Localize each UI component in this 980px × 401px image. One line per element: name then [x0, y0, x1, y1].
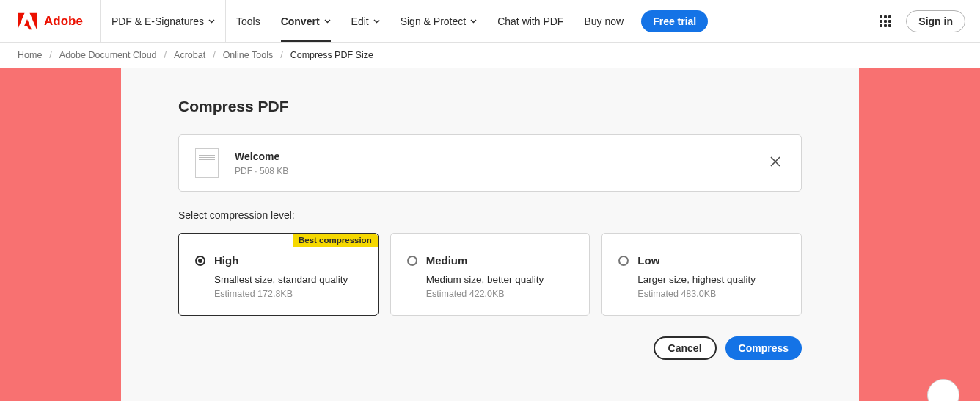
option-estimated-size: Estimated 172.8KB: [214, 289, 362, 299]
cancel-button[interactable]: Cancel: [654, 336, 717, 360]
option-description: Smallest size, standard quality: [214, 274, 362, 285]
brand-logo[interactable]: Adobe: [0, 0, 100, 42]
app-switcher-icon[interactable]: [880, 15, 891, 27]
nav-item-edit[interactable]: Edit: [341, 0, 390, 42]
nav-item-buy-now[interactable]: Buy now: [574, 0, 634, 42]
option-title: Low: [637, 254, 659, 267]
nav-item-chat-with-pdf[interactable]: Chat with PDF: [487, 0, 574, 42]
radio-icon: [195, 256, 205, 266]
radio-icon: [407, 256, 417, 266]
breadcrumb: Home/Adobe Document Cloud/Acrobat/Online…: [0, 43, 980, 68]
chevron-down-icon: [470, 19, 477, 24]
nav-item-label: Sign & Protect: [401, 15, 467, 27]
option-description: Larger size, highest quality: [637, 274, 785, 285]
breadcrumb-link[interactable]: Home: [18, 50, 42, 60]
page-title: Compress PDF: [178, 98, 802, 115]
compression-option-medium[interactable]: MediumMedium size, better qualityEstimat…: [390, 233, 590, 316]
action-buttons: Cancel Compress: [178, 336, 802, 360]
breadcrumb-separator: /: [280, 50, 282, 60]
file-thumbnail-icon: [195, 148, 219, 178]
breadcrumb-separator: /: [164, 50, 167, 60]
adobe-logo-icon: [18, 12, 37, 30]
nav-item-sign-protect[interactable]: Sign & Protect: [390, 0, 488, 42]
compression-option-low[interactable]: LowLarger size, highest qualityEstimated…: [601, 233, 802, 316]
compression-options: Best compressionHighSmallest size, stand…: [178, 233, 802, 316]
compression-option-high[interactable]: Best compressionHighSmallest size, stand…: [178, 233, 379, 316]
option-estimated-size: Estimated 483.0KB: [637, 289, 785, 299]
file-name: Welcome: [235, 151, 766, 162]
breadcrumb-separator: /: [49, 50, 51, 60]
nav-item-label: Edit: [351, 15, 369, 27]
nav-item-label: PDF & E-Signatures: [111, 15, 204, 27]
breadcrumb-link[interactable]: Acrobat: [174, 50, 205, 60]
close-icon: [770, 156, 780, 167]
option-title: Medium: [426, 254, 468, 267]
option-title: High: [214, 254, 238, 267]
brand-text: Adobe: [44, 14, 83, 29]
file-meta: PDF · 508 KB: [235, 166, 766, 176]
option-description: Medium size, better quality: [426, 274, 574, 285]
nav-item-pdf-e-signatures[interactable]: PDF & E-Signatures: [101, 0, 225, 42]
sign-in-button[interactable]: Sign in: [906, 10, 965, 32]
remove-file-button[interactable]: [766, 152, 785, 174]
nav-item-label: Convert: [281, 15, 320, 27]
radio-icon: [618, 256, 629, 266]
file-info: Welcome PDF · 508 KB: [235, 151, 766, 176]
best-compression-badge: Best compression: [293, 234, 378, 247]
chevron-down-icon: [324, 19, 331, 24]
compression-level-label: Select compression level:: [178, 209, 802, 221]
compress-button[interactable]: Compress: [725, 336, 802, 360]
breadcrumb-current: Compress PDF Size: [290, 50, 373, 60]
breadcrumb-link[interactable]: Adobe Document Cloud: [59, 50, 157, 60]
free-trial-button[interactable]: Free trial: [641, 10, 708, 32]
page-background: Compress PDF Welcome PDF · 508 KB Select…: [0, 68, 980, 401]
breadcrumb-separator: /: [213, 50, 215, 60]
nav-item-label: Buy now: [584, 15, 624, 27]
nav-item-convert[interactable]: Convert: [271, 0, 341, 42]
nav-item-label: Tools: [236, 15, 260, 27]
chevron-down-icon: [373, 19, 380, 24]
file-card: Welcome PDF · 508 KB: [178, 134, 802, 192]
nav-item-label: Chat with PDF: [497, 15, 563, 27]
nav-items: PDF & E-SignaturesToolsConvertEditSign &…: [101, 0, 634, 42]
chevron-down-icon: [208, 19, 215, 24]
breadcrumb-link[interactable]: Online Tools: [223, 50, 274, 60]
content-panel: Compress PDF Welcome PDF · 508 KB Select…: [121, 68, 859, 401]
nav-item-tools[interactable]: Tools: [226, 0, 271, 42]
top-nav: Adobe PDF & E-SignaturesToolsConvertEdit…: [0, 0, 980, 43]
option-estimated-size: Estimated 422.0KB: [426, 289, 574, 299]
